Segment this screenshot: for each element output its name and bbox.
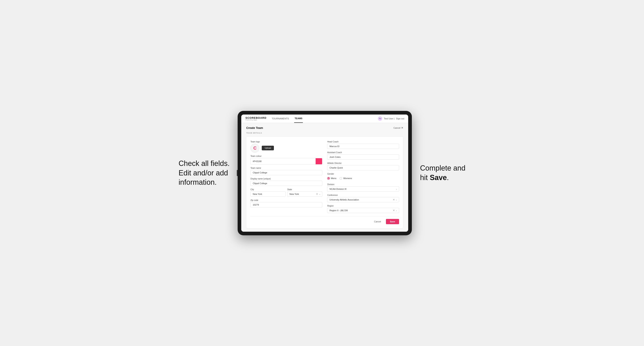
state-select-actions: ✕ ⌄ <box>316 193 322 195</box>
app-logo: SCOREBOARD Powered by clippd <box>245 117 266 121</box>
region-chevron-icon: ⌄ <box>396 209 397 211</box>
gender-label: Gender <box>327 173 399 175</box>
gender-womens-option[interactable]: Womens <box>340 177 352 180</box>
region-clear-icon[interactable]: ✕ <box>393 209 395 212</box>
page-header: Create Team Cancel ✕ <box>246 126 403 130</box>
tablet-side-button <box>237 170 238 176</box>
conference-value: University Athletic Association <box>327 197 393 202</box>
conference-field: Conference University Athletic Associati… <box>327 194 399 202</box>
state-chevron-icon: ⌄ <box>319 193 320 195</box>
conference-label: Conference <box>327 194 399 196</box>
state-label: State <box>287 188 322 191</box>
zip-input[interactable] <box>250 202 322 207</box>
team-logo-field: Team logo C Upload <box>250 141 322 153</box>
athletic-director-input[interactable] <box>327 165 399 170</box>
annotation-right: Complete and hit Save. <box>420 164 465 182</box>
display-name-field: Display name (unique) <box>250 178 322 186</box>
team-logo-label: Team logo <box>250 141 322 143</box>
gender-field: Gender Mens <box>327 173 399 181</box>
logo-preview: C <box>250 144 259 153</box>
cancel-top-button[interactable]: Cancel ✕ <box>394 126 403 129</box>
region-field: Region Region II - (M) DIII ✕ ⌄ <box>327 205 399 213</box>
team-colour-wrapper <box>250 158 322 165</box>
assistant-coach-field: Assistant Coach <box>327 151 399 160</box>
division-label: Division <box>327 183 399 185</box>
form-left-column: Team logo C Upload Team colour <box>250 141 322 213</box>
city-state-field: City State New York ✕ <box>250 188 322 197</box>
color-swatch[interactable] <box>316 158 322 164</box>
region-select[interactable]: Region II - (M) DIII ✕ ⌄ <box>327 208 399 213</box>
head-coach-input[interactable] <box>327 144 399 149</box>
main-content: Create Team Cancel ✕ TEAM DETAILS <box>241 123 408 232</box>
form-grid: Team logo C Upload Team colour <box>250 141 399 213</box>
state-clear-icon[interactable]: ✕ <box>316 193 318 195</box>
navigation-bar: SCOREBOARD Powered by clippd TOURNAMENTS… <box>241 115 408 123</box>
conference-select[interactable]: University Athletic Association ✕ ⌄ <box>327 197 399 202</box>
form-footer: Cancel Save <box>250 216 399 224</box>
head-coach-field: Head Coach <box>327 141 399 149</box>
athletic-director-label: Athletic Director <box>327 162 399 164</box>
division-select[interactable]: NCAA Division III ⌄ <box>327 186 399 192</box>
assistant-coach-label: Assistant Coach <box>327 151 399 154</box>
logo-upload-area: C Upload <box>250 144 322 153</box>
user-avatar: TU <box>378 116 382 121</box>
tablet-device: SCOREBOARD Powered by clippd TOURNAMENTS… <box>238 111 412 235</box>
state-select[interactable]: New York ✕ ⌄ <box>287 191 322 197</box>
region-value: Region II - (M) DIII <box>327 208 393 213</box>
team-colour-label: Team colour <box>250 155 322 157</box>
state-value: New York <box>288 192 316 196</box>
division-field: Division NCAA Division III ⌄ <box>327 183 399 192</box>
form-card: Team logo C Upload Team colour <box>246 136 403 228</box>
nav-right: TU Test User | Sign out <box>378 116 404 121</box>
conference-select-actions: ✕ ⌄ <box>393 198 399 201</box>
division-value: NCAA Division III <box>327 186 396 191</box>
head-coach-label: Head Coach <box>327 141 399 143</box>
city-subfield: City <box>250 188 286 197</box>
state-subfield: State New York ✕ ⌄ <box>287 188 322 197</box>
conference-clear-icon[interactable]: ✕ <box>393 198 395 201</box>
upload-button[interactable]: Upload <box>262 146 274 150</box>
division-select-actions: ⌄ <box>396 188 399 190</box>
section-label: TEAM DETAILS <box>246 132 403 134</box>
display-name-input[interactable] <box>250 181 322 186</box>
team-name-label: Team name <box>250 167 322 169</box>
team-name-field: Team name <box>250 167 322 175</box>
mens-radio[interactable] <box>327 177 330 180</box>
nav-links: TOURNAMENTS TEAMS <box>271 115 303 123</box>
save-button[interactable]: Save <box>386 219 399 224</box>
mens-radio-dot <box>328 178 329 179</box>
region-select-actions: ✕ ⌄ <box>393 209 399 212</box>
conference-chevron-icon: ⌄ <box>396 198 397 201</box>
division-chevron-icon: ⌄ <box>396 188 397 190</box>
zip-label: Zip code <box>250 199 322 201</box>
annotation-left: Check all fields. Edit and/or add inform… <box>178 159 230 187</box>
form-right-column: Head Coach Assistant Coach Athletic Dire… <box>327 141 399 213</box>
tablet-screen: SCOREBOARD Powered by clippd TOURNAMENTS… <box>241 115 408 232</box>
assistant-coach-input[interactable] <box>327 154 399 160</box>
gender-mens-option[interactable]: Mens <box>327 177 336 180</box>
team-colour-input[interactable] <box>250 159 316 164</box>
sign-out-link[interactable]: Sign out <box>396 117 404 120</box>
city-input[interactable] <box>250 191 286 197</box>
team-colour-field: Team colour <box>250 155 322 165</box>
region-label: Region <box>327 205 399 207</box>
close-icon: ✕ <box>401 126 403 129</box>
zip-code-field: Zip code <box>250 199 322 207</box>
display-name-label: Display name (unique) <box>250 178 322 180</box>
page-title: Create Team <box>246 126 263 130</box>
team-name-input[interactable] <box>250 170 322 175</box>
athletic-director-field: Athletic Director <box>327 162 399 170</box>
nav-tournaments[interactable]: TOURNAMENTS <box>271 115 289 123</box>
gender-options: Mens Womens <box>327 176 399 181</box>
cancel-button[interactable]: Cancel <box>372 219 384 224</box>
city-state-row: City State New York ✕ <box>250 188 322 197</box>
city-label: City <box>250 188 286 191</box>
nav-teams[interactable]: TEAMS <box>294 115 303 123</box>
user-label: Test User | <box>384 117 394 120</box>
womens-radio[interactable] <box>340 177 342 180</box>
